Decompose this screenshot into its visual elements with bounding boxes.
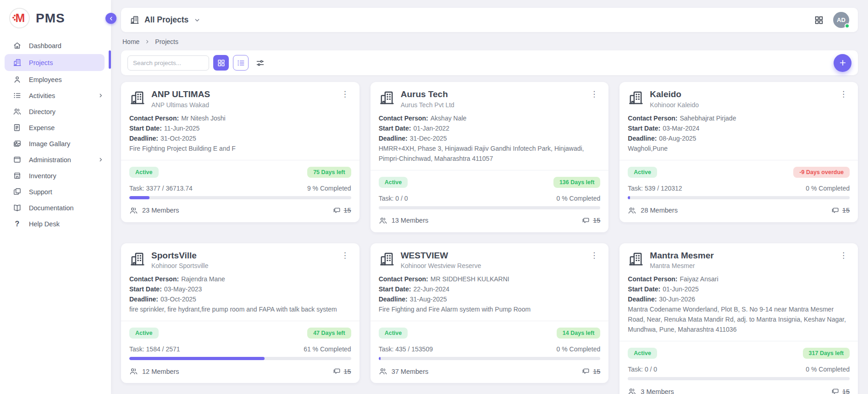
card-titles: Aurus Tech Aurus Tech Pvt Ltd <box>401 89 582 109</box>
contact-label: Contact Person: <box>628 115 677 122</box>
project-scope-dropdown[interactable]: All Projects <box>130 15 201 25</box>
chat-icon <box>831 206 840 215</box>
card-header: Mantra Mesmer Mantra Mesmer ⋮ <box>628 250 850 270</box>
pms-app: M PMS Dashboard Projects Employees Activ… <box>0 0 868 394</box>
card-titles: Mantra Mesmer Mantra Mesmer <box>650 250 831 270</box>
chat-group[interactable]: 15 <box>831 206 850 215</box>
card-details: Contact Person:Rajendra Mane Start Date:… <box>129 274 351 315</box>
kebab-menu-icon[interactable]: ⋮ <box>837 250 850 261</box>
contact-value: Faiyaz Ansari <box>680 275 718 283</box>
project-title: Mantra Mesmer <box>650 250 831 261</box>
chat-icon <box>581 367 590 376</box>
progress-fill <box>379 357 381 360</box>
progress-bar <box>129 196 351 199</box>
sidebar-collapse-button[interactable] <box>105 13 116 24</box>
avatar[interactable]: AD <box>833 12 849 28</box>
members-icon <box>379 216 387 225</box>
online-status-dot <box>845 23 850 28</box>
sidebar-item-expense[interactable]: Expense <box>0 120 111 136</box>
chat-group[interactable]: 15 <box>581 216 600 225</box>
card-divider <box>619 341 858 341</box>
chat-group[interactable]: 15 <box>332 206 351 215</box>
list-icon <box>13 91 22 100</box>
sidebar-item-documentation[interactable]: Documentation <box>0 200 111 216</box>
top-header-bar: All Projects AD <box>121 8 858 32</box>
card-divider <box>121 160 359 160</box>
sidebar-item-support[interactable]: Support <box>0 184 111 200</box>
sidebar-item-dashboard[interactable]: Dashboard <box>0 38 111 54</box>
deadline-label: Deadline: <box>379 296 408 303</box>
project-card[interactable]: Aurus Tech Aurus Tech Pvt Ltd ⋮ Contact … <box>370 82 609 232</box>
progress-fill <box>129 357 265 360</box>
sidebar-item-activities[interactable]: Activities <box>0 88 111 104</box>
kebab-menu-icon[interactable]: ⋮ <box>339 250 351 261</box>
status-badge: Active <box>628 167 657 178</box>
project-title: SportsVille <box>151 250 333 261</box>
start-date-label: Start Date: <box>628 285 660 293</box>
task-count: Task: 0 / 0 <box>628 366 657 373</box>
sidebar-item-image-gallary[interactable]: Image Gallary <box>0 136 111 152</box>
search-input[interactable] <box>127 55 209 71</box>
members-group: 28 Members <box>628 206 678 215</box>
kebab-menu-icon[interactable]: ⋮ <box>339 89 351 99</box>
deadline-label: Deadline: <box>379 135 408 142</box>
contact-line: Contact Person:Rajendra Mane <box>129 274 351 285</box>
contact-line: Contact Person:Mr Nitesh Joshi <box>129 114 351 124</box>
sidebar-item-projects[interactable]: Projects <box>5 54 105 71</box>
building-icon <box>13 58 22 67</box>
chevron-left-icon <box>108 16 114 22</box>
project-card[interactable]: Mantra Mesmer Mantra Mesmer ⋮ Contact Pe… <box>619 243 858 394</box>
project-card[interactable]: SportsVille Kohinoor Sportsville ⋮ Conta… <box>121 243 359 383</box>
members-group: 12 Members <box>129 367 179 376</box>
chat-group[interactable]: 15 <box>332 367 351 376</box>
sidebar-item-label: Dashboard <box>29 42 61 49</box>
members-icon <box>379 367 387 376</box>
grid-view-button[interactable] <box>213 55 229 71</box>
kebab-menu-icon[interactable]: ⋮ <box>588 89 600 99</box>
status-row: Active 14 Days left <box>379 328 601 339</box>
card-titles: SportsVille Kohinoor Sportsville <box>151 250 333 270</box>
card-titles: WESTVIEW Kohinoor Westview Reserve <box>401 250 582 270</box>
filter-button[interactable] <box>253 55 267 71</box>
deadline-line: Deadline:31-Dec-2025 <box>379 134 601 144</box>
sidebar-item-employees[interactable]: Employees <box>0 71 111 88</box>
sidebar-item-administration[interactable]: Administration <box>0 152 111 168</box>
project-card[interactable]: Kaleido Kohinoor Kaleido ⋮ Contact Perso… <box>619 82 858 222</box>
breadcrumb-home[interactable]: Home <box>122 38 139 45</box>
sidebar-item-inventory[interactable]: Inventory <box>0 168 111 184</box>
building-icon <box>379 251 395 267</box>
start-date-value: 03-Mar-2024 <box>663 125 699 132</box>
chevron-right-icon <box>144 39 150 44</box>
card-footer: 12 Members 15 <box>129 367 351 376</box>
chat-group[interactable]: 15 <box>581 367 600 376</box>
project-description: Fire Fighting Project Building E and F <box>129 144 351 154</box>
kebab-menu-icon[interactable]: ⋮ <box>837 89 850 99</box>
project-title: ANP ULTIMAS <box>151 89 333 100</box>
image-icon <box>13 139 22 148</box>
add-project-button[interactable] <box>834 54 851 72</box>
kebab-menu-icon[interactable]: ⋮ <box>588 250 600 261</box>
sidebar-item-help-desk[interactable]: ? Help Desk <box>0 216 111 232</box>
project-subtitle: Kohinoor Westview Reserve <box>401 262 582 269</box>
deadline-value: 31-Oct-2025 <box>160 135 196 142</box>
deadline-value: 03-Oct-2025 <box>160 296 196 303</box>
status-row: Active 75 Days left <box>129 167 351 178</box>
sidebar-item-directory[interactable]: Directory <box>0 104 111 120</box>
card-header: Kaleido Kohinoor Kaleido ⋮ <box>628 89 850 109</box>
contact-value: Akshay Nale <box>431 115 467 122</box>
grid-view-icon <box>217 59 226 67</box>
chat-group[interactable]: 15 <box>831 387 850 394</box>
project-card[interactable]: WESTVIEW Kohinoor Westview Reserve ⋮ Con… <box>370 243 609 383</box>
avatar-initials: AD <box>837 16 846 23</box>
list-view-button[interactable] <box>233 55 249 71</box>
sidebar-item-label: Administration <box>29 156 71 164</box>
project-cards-grid: ANP ULTIMAS ANP Ultimas Wakad ⋮ Contact … <box>121 82 858 394</box>
status-row: Active 47 Days left <box>129 328 351 339</box>
deadline-line: Deadline:08-Aug-2025 <box>628 134 850 144</box>
project-card[interactable]: ANP ULTIMAS ANP Ultimas Wakad ⋮ Contact … <box>121 82 359 222</box>
card-header: ANP ULTIMAS ANP Ultimas Wakad ⋮ <box>129 89 351 109</box>
store-icon <box>13 171 22 180</box>
building-icon <box>130 15 139 25</box>
apps-grid-icon[interactable] <box>814 15 824 25</box>
members-count: 28 Members <box>641 207 678 214</box>
